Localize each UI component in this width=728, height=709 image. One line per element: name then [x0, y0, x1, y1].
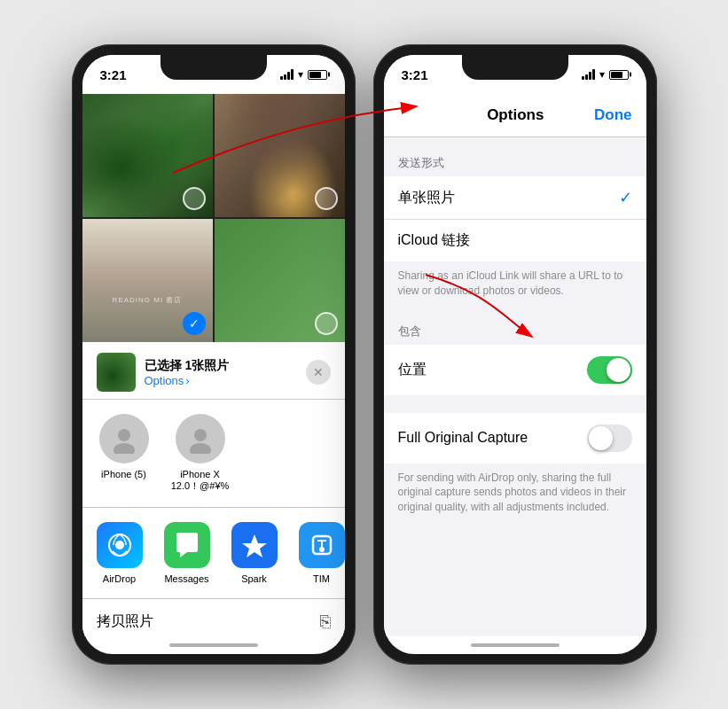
- contact-iphonex[interactable]: iPhone X12.0！@#¥%: [169, 414, 231, 493]
- send-format-section: 发送形式 单张照片 ✓ iCloud 链接 Sharing as an iClo…: [384, 155, 646, 306]
- svg-marker-6: [242, 534, 267, 557]
- selection-circle-4[interactable]: [315, 312, 338, 335]
- options-link[interactable]: Options ›: [145, 374, 297, 387]
- options-link-label: Options: [145, 374, 184, 387]
- location-toggle[interactable]: [587, 356, 632, 384]
- icloud-link-row[interactable]: iCloud 链接: [384, 220, 646, 261]
- photo-cafe: [215, 94, 345, 217]
- signal-icon: [280, 69, 294, 80]
- apps-row: AirDrop Messages: [82, 508, 345, 599]
- selection-circle-1[interactable]: [183, 187, 206, 210]
- app-spark[interactable]: Spark: [228, 522, 281, 584]
- single-photo-check: ✓: [619, 188, 632, 207]
- right-time: 3:21: [402, 67, 428, 82]
- icloud-hint: Sharing as an iCloud Link will share a U…: [384, 261, 646, 306]
- svg-point-0: [118, 429, 130, 441]
- selection-circle-2[interactable]: [315, 187, 338, 210]
- full-capture-section: Full Original Capture For sending with A…: [384, 413, 646, 522]
- right-status-icons: ▾: [582, 68, 629, 81]
- tim-icon: [299, 522, 345, 568]
- include-section: 包含 位置: [384, 323, 646, 395]
- left-time: 3:21: [100, 67, 127, 82]
- svg-point-1: [114, 443, 135, 454]
- close-button[interactable]: ✕: [306, 360, 331, 385]
- airdrop-label: AirDrop: [103, 573, 136, 584]
- send-format-group: 单张照片 ✓ iCloud 链接: [384, 176, 646, 261]
- app-tim[interactable]: TIM: [295, 522, 345, 584]
- photo-bookstore: READING MI 書店 ✓: [82, 219, 213, 342]
- messages-icon: [164, 522, 210, 568]
- svg-point-2: [194, 429, 207, 441]
- right-status-bar: 3:21 ▾: [384, 55, 646, 94]
- copy-photos-row[interactable]: 拷贝照片 ⎘: [82, 599, 345, 636]
- right-signal-icon: [582, 69, 595, 80]
- right-battery-icon: [609, 70, 629, 80]
- svg-point-3: [190, 443, 211, 454]
- contact-avatar-1: [99, 414, 149, 464]
- app-messages[interactable]: Messages: [160, 522, 214, 584]
- left-status-bar: 3:21 ▾: [82, 55, 345, 94]
- tim-label: TIM: [313, 573, 330, 584]
- spark-label: Spark: [241, 573, 267, 584]
- send-format-title: 发送形式: [384, 155, 646, 176]
- options-sheet: Options Done 发送形式 单张照片 ✓ iCloud 链接 Shari…: [384, 94, 646, 636]
- bookstore-text: READING MI 書店: [113, 295, 183, 305]
- done-button[interactable]: Done: [594, 106, 632, 124]
- selection-circle-3[interactable]: ✓: [183, 312, 206, 335]
- location-label: 位置: [398, 361, 427, 379]
- battery-icon: [308, 70, 327, 80]
- notch: [160, 55, 267, 80]
- svg-point-5: [115, 541, 124, 549]
- full-capture-label: Full Original Capture: [398, 430, 528, 446]
- full-capture-hint: For sending with AirDrop only, sharing t…: [384, 464, 646, 522]
- home-bar: [169, 643, 258, 647]
- single-photo-row[interactable]: 单张照片 ✓: [384, 176, 646, 220]
- svg-point-10: [319, 547, 325, 552]
- contact-name-2: iPhone X12.0！@#¥%: [171, 469, 230, 493]
- full-capture-group: Full Original Capture: [384, 413, 646, 464]
- contacts-row: iPhone (5) iPhone X12.0！@#¥%: [82, 400, 345, 508]
- include-title: 包含: [384, 323, 646, 345]
- options-chevron: ›: [185, 374, 189, 387]
- action-rows: 拷贝照片 ⎘ Print 🖨: [82, 599, 345, 636]
- share-panel: 已选择 1张照片 Options › ✕: [82, 342, 345, 636]
- copy-photos-label: 拷贝照片: [97, 612, 153, 631]
- home-indicator: [82, 636, 345, 654]
- app-airdrop[interactable]: AirDrop: [93, 522, 146, 584]
- share-header: 已选择 1张照片 Options › ✕: [82, 342, 345, 400]
- options-title: Options: [437, 106, 595, 124]
- toggle-knob: [607, 358, 630, 382]
- include-group: 位置: [384, 345, 646, 395]
- full-capture-row: Full Original Capture: [384, 413, 646, 464]
- full-capture-toggle[interactable]: [587, 425, 632, 452]
- single-photo-label: 单张照片: [398, 189, 455, 207]
- full-capture-knob: [589, 426, 613, 450]
- photo-forest: [82, 94, 213, 217]
- left-phone: 3:21 ▾: [72, 44, 356, 665]
- right-wifi-icon: ▾: [599, 68, 605, 81]
- options-header: Options Done: [384, 94, 646, 137]
- wifi-icon: ▾: [298, 68, 303, 81]
- right-phone: 3:21 ▾ Options Done: [373, 44, 657, 665]
- share-title-group: 已选择 1张照片 Options ›: [145, 358, 297, 387]
- share-thumbnail: [97, 353, 136, 392]
- share-title: 已选择 1张照片: [145, 358, 297, 374]
- right-home-bar: [471, 643, 560, 647]
- spark-icon: [231, 522, 278, 568]
- location-row: 位置: [384, 345, 646, 395]
- contact-iphone5[interactable]: iPhone (5): [93, 414, 155, 493]
- icloud-link-label: iCloud 链接: [398, 231, 471, 250]
- copy-icon: ⎘: [320, 612, 331, 632]
- status-icons: ▾: [280, 68, 327, 81]
- contact-avatar-2: [176, 414, 225, 464]
- contact-name-1: iPhone (5): [101, 469, 146, 479]
- right-notch: [462, 55, 568, 80]
- photo-selected: [215, 219, 345, 342]
- messages-label: Messages: [164, 573, 208, 584]
- share-sheet: READING MI 書店 ✓ 已选择 1张照片 Options ›: [82, 94, 345, 636]
- right-home-indicator: [384, 636, 646, 654]
- photo-grid: READING MI 書店 ✓: [82, 94, 345, 342]
- airdrop-icon: [97, 522, 143, 568]
